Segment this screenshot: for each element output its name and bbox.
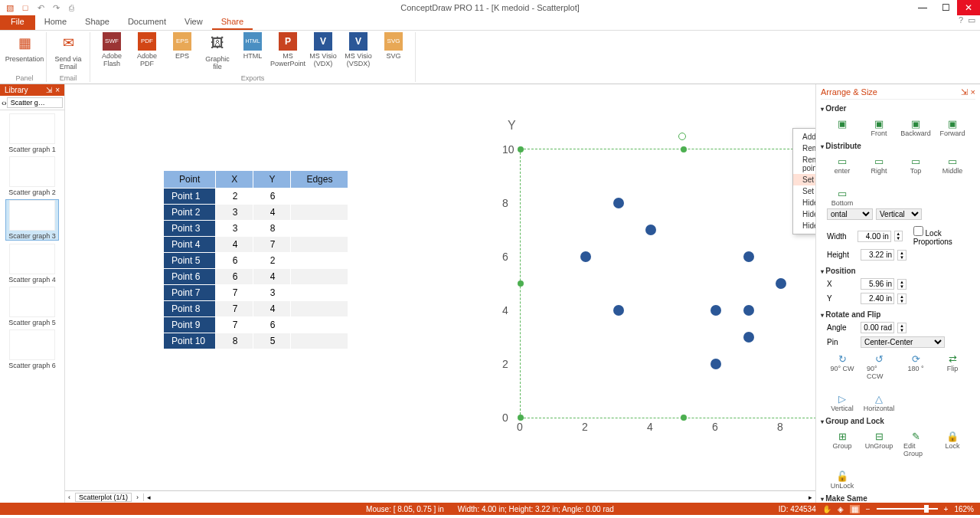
width-input[interactable]: [858, 231, 891, 242]
library-thumb[interactable]: Scatter graph 6: [5, 329, 59, 369]
library-selector[interactable]: Scatter g…: [7, 97, 63, 108]
export-visio-vdx-button[interactable]: VMS Visio (VDX): [306, 32, 340, 70]
y-spinner[interactable]: ▲▼: [897, 293, 906, 304]
context-menu-item[interactable]: Hide Values of Y Axis: [793, 208, 815, 220]
table-row[interactable]: Point 234: [164, 205, 348, 221]
scatter-point[interactable]: [645, 225, 656, 235]
table-row[interactable]: Point 664: [164, 269, 348, 285]
grid-icon[interactable]: ▦: [850, 505, 860, 513]
table-row[interactable]: Point 338: [164, 221, 348, 237]
context-menu-item[interactable]: Remove last point: [793, 143, 815, 154]
export-ppt-button[interactable]: PMS PowerPoint: [271, 32, 305, 70]
flip-button[interactable]: ⇄Flip: [940, 352, 965, 380]
qat-save-icon[interactable]: ▧: [5, 2, 15, 13]
scatter-point[interactable]: [743, 305, 754, 316]
section-group[interactable]: Group and Lock: [821, 415, 975, 427]
order-front2-button[interactable]: ▣Front: [867, 117, 891, 137]
table-row[interactable]: Point 874: [164, 301, 348, 317]
table-row[interactable]: Point 562: [164, 253, 348, 269]
export-visio-vsdx-button[interactable]: VMS Visio (VSDX): [341, 32, 375, 70]
context-menu-item[interactable]: Hide table: [793, 197, 815, 208]
resize-handle[interactable]: [681, 415, 687, 421]
resize-handle[interactable]: [518, 146, 524, 152]
close-panel-icon[interactable]: ×: [55, 86, 60, 94]
pos-y-input[interactable]: [861, 293, 894, 304]
export-graphic-button[interactable]: 🖼Graphic file: [201, 32, 234, 70]
plot-area[interactable]: 02468100246810: [521, 149, 815, 418]
pin-icon[interactable]: ⇲: [961, 87, 968, 97]
resize-handle[interactable]: [518, 280, 524, 287]
rotate-90ccw-button[interactable]: ↺90° CCW: [867, 352, 891, 380]
order-forward-button[interactable]: ▣Forward: [940, 117, 965, 137]
hand-tool-icon[interactable]: ✋: [822, 505, 831, 513]
zoom-slider[interactable]: [877, 508, 938, 510]
page-next-icon[interactable]: ›: [136, 493, 139, 501]
scatter-point[interactable]: [710, 359, 721, 369]
dist-h-select[interactable]: ontal: [827, 208, 873, 220]
angle-input[interactable]: [861, 322, 894, 333]
height-input[interactable]: [861, 249, 894, 261]
table-row[interactable]: Point 773: [164, 285, 348, 301]
snap-icon[interactable]: ◈: [838, 505, 844, 513]
unlock-button[interactable]: 🔓UnLock: [830, 470, 854, 490]
library-thumb[interactable]: Scatter graph 2: [5, 156, 59, 196]
qat-print-icon[interactable]: ⎙: [66, 2, 77, 13]
order-backward-button[interactable]: ▣Backward: [903, 117, 928, 137]
scatter-point[interactable]: [613, 198, 624, 208]
dist-top-button[interactable]: ▭Top: [903, 155, 928, 175]
dist-right-button[interactable]: ▭Right: [867, 155, 891, 175]
presentation-button[interactable]: ▦ Presentation: [8, 32, 41, 63]
scatter-point[interactable]: [743, 332, 754, 343]
scatter-point[interactable]: [776, 278, 786, 289]
library-thumb[interactable]: Scatter graph 5: [5, 287, 59, 326]
pin-icon[interactable]: ⇲: [46, 86, 52, 94]
resize-handle[interactable]: [681, 146, 687, 152]
tab-home[interactable]: Home: [35, 15, 76, 30]
section-order[interactable]: Order: [821, 103, 975, 114]
maximize-button[interactable]: ☐: [934, 0, 957, 15]
lock-proportions-checkbox[interactable]: [913, 226, 923, 236]
close-button[interactable]: ✕: [957, 0, 980, 15]
rotate-handle-icon[interactable]: [678, 133, 686, 140]
tab-view[interactable]: View: [175, 15, 212, 30]
section-rotate[interactable]: Rotate and Flip: [821, 309, 975, 320]
minimize-button[interactable]: —: [911, 0, 934, 15]
dist-middle-button[interactable]: ▭Middle: [940, 155, 965, 175]
qat-new-icon[interactable]: □: [20, 2, 31, 13]
data-table[interactable]: PointXYEdges Point 126Point 234Point 338…: [163, 170, 348, 349]
scatter-point[interactable]: [743, 251, 754, 262]
help-icon[interactable]: ?: [959, 15, 963, 30]
lock-button[interactable]: 🔒Lock: [940, 430, 965, 457]
tab-share[interactable]: Share: [212, 15, 253, 30]
export-pdf-button[interactable]: PDFAdobe PDF: [130, 32, 164, 70]
scroll-left-icon[interactable]: ◂: [143, 493, 151, 501]
ribbon-collapse-icon[interactable]: ▭: [968, 15, 975, 30]
page-selector[interactable]: Scatterplot (1/1): [75, 493, 132, 502]
group-button[interactable]: ⊞Group: [830, 430, 854, 457]
pin-select[interactable]: Center-Center: [861, 336, 945, 348]
pos-x-input[interactable]: [861, 278, 894, 290]
ungroup-button[interactable]: ⊟UnGroup: [867, 430, 891, 457]
export-svg-button[interactable]: SVGSVG: [377, 32, 410, 70]
qat-undo-icon[interactable]: ↶: [35, 2, 46, 13]
table-row[interactable]: Point 447: [164, 237, 348, 253]
close-panel-icon[interactable]: ×: [971, 87, 975, 97]
section-makesame[interactable]: Make Same: [821, 493, 975, 503]
dist-bottom-button[interactable]: ▭Bottom: [830, 187, 854, 207]
dist-center-button[interactable]: ▭enter: [830, 155, 854, 175]
dist-v-select[interactable]: Vertical: [876, 208, 922, 220]
library-thumb[interactable]: Scatter graph 3: [5, 199, 59, 241]
context-menu-item[interactable]: Hide Values of X Axis: [793, 220, 815, 231]
table-row[interactable]: Point 126: [164, 189, 348, 205]
width-spinner[interactable]: ▲▼: [894, 231, 903, 241]
rotate-180-button[interactable]: ⟳180 °: [903, 352, 928, 380]
page-prev-icon[interactable]: ‹: [68, 493, 70, 501]
context-menu-item[interactable]: Set Max Value of the Y Axis: [793, 174, 815, 185]
export-eps-button[interactable]: EPSEPS: [165, 32, 199, 70]
context-menu-item[interactable]: Add point: [793, 131, 815, 143]
rotate-90cw-button[interactable]: ↻90° CW: [830, 352, 854, 380]
section-distribute[interactable]: Distribute: [821, 140, 975, 152]
resize-handle[interactable]: [518, 415, 524, 421]
x-spinner[interactable]: ▲▼: [897, 279, 906, 290]
scatter-point[interactable]: [710, 305, 721, 316]
